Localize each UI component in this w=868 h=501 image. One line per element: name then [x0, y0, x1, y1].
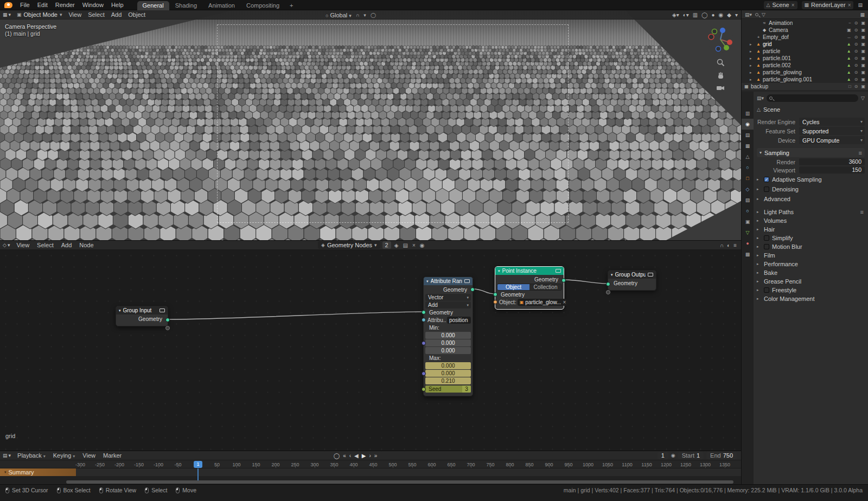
max-x-field[interactable]: 0.000: [425, 362, 471, 369]
panel-color-management[interactable]: ▸Color Management: [757, 294, 865, 303]
operation-dropdown[interactable]: Add▾: [425, 301, 471, 309]
zoom-icon[interactable]: [717, 59, 725, 67]
jump-to-end-button[interactable]: »: [374, 453, 378, 459]
camera-view-icon[interactable]: [716, 85, 725, 92]
topbar-menu-render[interactable]: Render: [52, 2, 79, 8]
object-name[interactable]: Animation: [769, 20, 793, 26]
object-name[interactable]: particle_glowing: [763, 69, 802, 75]
end-frame-field[interactable]: End750: [706, 452, 737, 459]
editor-type-selector[interactable]: ◇▾: [0, 242, 12, 248]
editor-type-selector[interactable]: ▦▾: [0, 12, 14, 17]
summary-channel[interactable]: ▾ Summary: [0, 468, 76, 476]
disable-in-renders-icon[interactable]: ▣: [861, 21, 865, 25]
socket-seed-input[interactable]: [422, 387, 426, 391]
node-attribute-randomize[interactable]: ▾ Attribute Random... Geometry Vector▾ A…: [423, 277, 473, 396]
object-name[interactable]: grid: [763, 41, 772, 47]
expand-arrow-icon[interactable]: ▸: [750, 49, 754, 54]
snap-target-selector[interactable]: ▾: [363, 12, 366, 18]
properties-tab-view-layer[interactable]: ▦: [742, 140, 754, 151]
min-z-field[interactable]: 0.000: [425, 347, 471, 354]
hide-in-viewport-icon[interactable]: ⊙: [854, 35, 858, 40]
properties-tab-render[interactable]: ◉: [742, 119, 754, 130]
instance-type-object-button[interactable]: Object: [497, 284, 529, 290]
scene-selector[interactable]: △ Scene ×: [764, 1, 797, 9]
unlink-layer-icon[interactable]: ×: [848, 2, 851, 8]
3d-viewport[interactable]: Camera Perspective (1) main | grid: [0, 10, 741, 240]
outliner-row-particle-001[interactable]: ▸▲particle.001▲⊙▣: [742, 55, 868, 62]
new-node-tree-icon[interactable]: ▤: [401, 242, 409, 248]
snapping-icon[interactable]: ∩: [720, 242, 724, 248]
panel-menu-icon[interactable]: ≡: [859, 150, 862, 156]
subpanel-advanced[interactable]: ▸ Advanced: [757, 195, 865, 203]
disable-in-renders-icon[interactable]: ▣: [861, 42, 865, 47]
properties-tab-particles[interactable]: ▨: [742, 195, 754, 205]
motion-blur-checkbox[interactable]: [764, 244, 769, 249]
hide-in-viewport-icon[interactable]: ⊙: [854, 56, 858, 61]
pan-hand-icon[interactable]: [717, 72, 725, 80]
scrollbar-handle[interactable]: [66, 480, 733, 484]
play-reverse-button[interactable]: ◀: [354, 453, 359, 459]
add-workspace-button[interactable]: +: [285, 1, 297, 10]
object-name[interactable]: particle.002: [763, 62, 791, 68]
properties-tab-object[interactable]: □: [742, 173, 754, 184]
node-header[interactable]: ▾ Point Instance: [495, 267, 564, 275]
attribute-name-field[interactable]: position: [447, 317, 471, 324]
node-menu-view[interactable]: View: [12, 242, 33, 248]
subpanel-adaptive-sampling[interactable]: ▸ ✓ Adaptive Sampling: [757, 175, 865, 183]
disable-in-renders-icon[interactable]: ▣: [861, 77, 865, 82]
outliner-row-backup[interactable]: ▦backup□⊙▣: [742, 83, 868, 90]
next-keyframe-button[interactable]: ›: [369, 453, 371, 459]
properties-tab-tool[interactable]: ▥: [742, 108, 754, 119]
timeline-ruler[interactable]: 1 -300-250-200-150-100-50501001502002503…: [0, 460, 741, 468]
device-select[interactable]: GPU Compute▾: [799, 136, 865, 144]
prev-keyframe-button[interactable]: ‹: [349, 453, 351, 459]
topbar-menu-file[interactable]: File: [16, 2, 34, 8]
collapse-arrow-icon[interactable]: ▾: [119, 309, 121, 313]
hide-in-viewport-icon[interactable]: ⊙: [854, 84, 858, 89]
start-frame-field[interactable]: Start1: [678, 452, 704, 459]
expand-arrow-icon[interactable]: ▸: [750, 70, 754, 75]
object-name[interactable]: particle: [763, 48, 780, 54]
disable-in-renders-icon[interactable]: ▣: [861, 49, 865, 54]
blender-logo-icon[interactable]: [4, 2, 12, 8]
jump-to-start-button[interactable]: «: [343, 453, 346, 459]
hide-in-viewport-icon[interactable]: ⊙: [854, 70, 858, 75]
panel-simplify[interactable]: ▸Simplify: [757, 234, 865, 242]
properties-tab-constraints[interactable]: ▣: [742, 216, 754, 227]
hide-in-viewport-icon[interactable]: ⊙: [854, 28, 858, 33]
node-header[interactable]: ▾ Group Output: [608, 271, 656, 279]
node-tree-selector[interactable]: ◈ Geometry Nodes ▾: [318, 241, 380, 249]
xray-toggle-icon[interactable]: ▥: [693, 12, 698, 18]
panel-performance[interactable]: ▸Performance: [757, 260, 865, 268]
socket-virtual-output[interactable]: [165, 326, 170, 330]
hide-in-viewport-icon[interactable]: ⊙: [854, 42, 858, 47]
outliner-row-particle-glowing[interactable]: ▸▲particle_glowing▲⊙▣: [742, 69, 868, 76]
auto-keying-icon[interactable]: ◉: [671, 453, 675, 458]
node-preview-icon[interactable]: [648, 273, 653, 277]
topbar-menu-help[interactable]: Help: [107, 2, 127, 8]
pin-icon[interactable]: ◉: [419, 242, 426, 248]
panel-sampling[interactable]: ▾ Sampling ≡: [757, 148, 865, 157]
socket-max-input[interactable]: [422, 371, 426, 376]
outliner-row-empty-dof[interactable]: +Empty_dof↔⊙▣: [742, 34, 868, 41]
options-icon[interactable]: ≡: [733, 242, 737, 248]
freestyle-checkbox[interactable]: [764, 287, 769, 293]
socket-min-input[interactable]: [422, 341, 426, 345]
adaptive-sampling-checkbox[interactable]: ✓: [764, 177, 769, 182]
search-icon[interactable]: [755, 13, 758, 16]
node-preview-icon[interactable]: [159, 309, 165, 312]
object-name[interactable]: Empty_dof: [763, 34, 789, 40]
object-name[interactable]: particle_glowing.001: [763, 76, 812, 82]
unlink-node-tree-icon[interactable]: ×: [411, 242, 417, 248]
render-samples-field[interactable]: 3600: [799, 158, 865, 165]
fake-user-icon[interactable]: ◈: [393, 242, 400, 248]
panel-motion-blur[interactable]: ▸Motion Blur: [757, 242, 865, 251]
topbar-menu-window[interactable]: Window: [79, 2, 107, 8]
breadcrumb-scene[interactable]: Scene: [763, 106, 780, 113]
playhead[interactable]: 1: [194, 461, 202, 468]
outliner-editor-icon[interactable]: ▤▾: [745, 12, 752, 17]
object-name[interactable]: Camera: [769, 27, 788, 33]
properties-tab-output[interactable]: ▤: [742, 130, 754, 140]
collapse-arrow-icon[interactable]: ▾: [611, 273, 613, 277]
socket-attribute-input[interactable]: [422, 318, 426, 322]
